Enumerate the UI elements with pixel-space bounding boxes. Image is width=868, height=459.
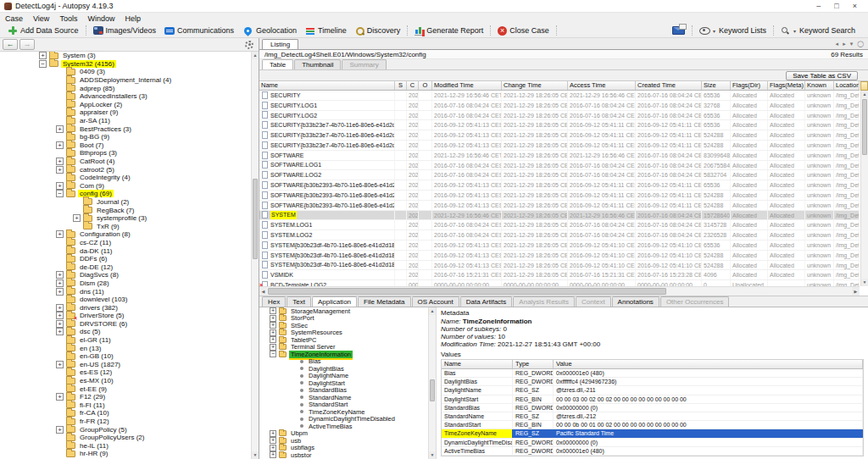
tab-scroll-left-icon[interactable]: ◂ <box>836 41 839 47</box>
collapse-icon[interactable]: − <box>39 60 47 68</box>
table-row[interactable]: SYSTEM2021-12-29 18:26:05 CET2021-12-29 … <box>259 211 860 221</box>
tree-item[interactable]: +Boot (7) <box>0 141 251 150</box>
tree-item[interactable]: et-EE (9) <box>0 384 251 393</box>
tree-item[interactable]: +en-US (1827) <box>0 361 251 369</box>
ingest-messages-button[interactable] <box>668 25 689 36</box>
tree-item[interactable]: Journal (2) <box>0 198 251 207</box>
scroll-down-icon[interactable]: ▼ <box>252 451 259 459</box>
gear-icon[interactable] <box>245 41 253 49</box>
expand-icon[interactable]: + <box>73 214 81 222</box>
expand-icon[interactable]: + <box>270 430 276 437</box>
menu-tools[interactable]: Tools <box>54 14 82 23</box>
values-table-row[interactable]: StandardNameREG_SZ@tzres.dll,-212 <box>442 412 863 421</box>
tree-item[interactable]: CodeIntegrity (4) <box>0 174 251 182</box>
column-header-name[interactable]: Name <box>259 81 395 90</box>
menu-case[interactable]: Case <box>0 14 28 23</box>
values-table-row[interactable]: BiasREG_DWORD0x000001e0 (480) <box>442 369 863 378</box>
table-row[interactable]: SECURITY{b33b23e7-4b70-11e6-80e6-e41d2d1… <box>259 141 860 151</box>
registry-tree-item[interactable]: StandardName <box>259 394 428 401</box>
expand-icon[interactable]: + <box>56 312 64 319</box>
minimize-button[interactable]: – <box>816 2 821 10</box>
scroll-up-icon[interactable]: ▲ <box>429 307 436 315</box>
expand-icon[interactable]: + <box>56 230 64 238</box>
registry-tree-item[interactable]: Bias <box>259 358 428 366</box>
column-header-size[interactable]: Size <box>702 81 731 90</box>
scroll-up-icon[interactable]: ▲ <box>861 91 868 98</box>
keyword-search-button[interactable]: ▾ Keyword Search <box>776 25 860 36</box>
directory-tree-scrollbar[interactable]: ▲ ▼ <box>251 52 259 459</box>
tree-item[interactable]: de-DE (12) <box>0 263 251 271</box>
expand-icon[interactable]: + <box>270 437 276 444</box>
expand-icon[interactable]: + <box>56 304 64 312</box>
table-row[interactable]: SOFTWARE.LOG12021-12-29 18:26:05 CET2016… <box>259 161 860 171</box>
expand-icon[interactable]: + <box>56 328 64 335</box>
timeline-button[interactable]: Timeline <box>301 25 351 36</box>
geolocation-button[interactable]: Geolocation <box>238 25 301 36</box>
table-horizontal-scrollbar[interactable]: ◀ ▶ <box>259 286 860 296</box>
expand-icon[interactable]: + <box>56 125 64 133</box>
registry-tree-item[interactable]: DynamicDaylightTimeDisabled <box>259 416 428 423</box>
tree-item[interactable]: +catroot2 (5) <box>0 165 251 174</box>
registry-tree-item[interactable]: +usbflags <box>259 445 428 452</box>
table-row[interactable]: SECURITY{b33b23e7-4b70-11e6-80e6-e41d2d1… <box>259 130 860 141</box>
maximize-button[interactable]: □ <box>834 2 838 10</box>
expand-icon[interactable]: + <box>270 451 276 458</box>
discovery-button[interactable]: Discovery <box>351 25 405 36</box>
tree-item[interactable]: fr-FR (12) <box>0 418 251 426</box>
tab-annotations[interactable]: Annotations <box>612 296 659 307</box>
tree-item[interactable]: −System32 (4156) <box>0 60 251 69</box>
tree-item[interactable]: fr-CA (10) <box>0 409 251 418</box>
tree-item[interactable]: AppLocker (2) <box>0 101 251 109</box>
values-table-row[interactable]: StandardBiasREG_DWORD0x00000000 (0) <box>442 404 863 412</box>
registry-tree-item[interactable]: DaylightBias <box>259 365 428 373</box>
tree-item[interactable]: cs-CZ (11) <box>0 239 251 247</box>
table-row[interactable]: SOFTWARE2021-12-29 18:26:05 CET2021-12-2… <box>259 151 860 161</box>
values-column-header-type[interactable]: Type <box>513 360 554 368</box>
values-table-row[interactable]: DynamicDaylightTimeDisabledREG_DWORD0x00… <box>442 439 863 447</box>
expand-icon[interactable]: + <box>270 307 276 314</box>
tree-item[interactable]: bg-BG (9) <box>0 133 251 141</box>
tree-item[interactable]: he-IL (11) <box>0 442 251 451</box>
tab-text[interactable]: Text <box>287 296 311 307</box>
table-row[interactable]: BCD-Template.LOG20000-00-00 00:00:000000… <box>259 280 860 286</box>
values-table-row[interactable]: DaylightStartREG_BIN00 00 03 00 02 00 02… <box>442 395 863 404</box>
table-row[interactable]: SYSTEM.LOG22021-12-29 18:26:05 CET2016-0… <box>259 230 860 241</box>
subtab-thumbnail[interactable]: Thumbnail <box>294 59 341 69</box>
tree-item[interactable]: +dns (11) <box>0 287 251 296</box>
expand-icon[interactable]: + <box>56 320 64 328</box>
tree-item[interactable]: +DriverStore (5) <box>0 312 251 320</box>
column-header-modified-time[interactable]: Modified Time <box>432 81 502 90</box>
registry-tree-item[interactable]: +Terminal Server <box>259 344 428 351</box>
tree-item[interactable]: AdvancedInstallers (3) <box>0 92 251 101</box>
values-table-row[interactable]: DaylightNameREG_SZ@tzres.dll,-211 <box>442 386 863 395</box>
forward-button[interactable]: → <box>19 39 35 50</box>
scroll-down-icon[interactable]: ▼ <box>861 279 868 286</box>
registry-tree-item[interactable]: TimeZoneKeyName <box>259 408 428 416</box>
column-header-o[interactable]: O <box>419 81 432 90</box>
column-header-flags-dir[interactable]: Flags(Dir) <box>731 81 768 90</box>
registry-tree-item[interactable]: +StorPort <box>259 315 428 323</box>
scrollbar-thumb[interactable] <box>862 99 867 155</box>
tree-item[interactable]: fi-FI (11) <box>0 401 251 410</box>
communications-button[interactable]: Communications <box>160 25 238 36</box>
expand-icon[interactable]: + <box>56 141 64 149</box>
values-column-header-value[interactable]: Value <box>554 360 863 368</box>
expand-icon[interactable]: + <box>56 182 64 190</box>
save-table-as-csv-button[interactable]: Save Table as CSV <box>786 71 858 80</box>
table-row[interactable]: SOFTWARE{b30b2393-4b70-11e6-80e6-e41d2d1… <box>259 191 860 201</box>
expand-icon[interactable]: + <box>56 288 64 296</box>
tree-item[interactable]: +drivers (382) <box>0 303 251 312</box>
tree-item[interactable]: en-GB (10) <box>0 352 251 361</box>
scrollbar-thumb[interactable] <box>253 179 258 259</box>
table-row[interactable]: SYSTEM.LOG12021-12-29 18:26:05 CET2016-0… <box>259 220 860 230</box>
keyword-lists-button[interactable]: ▾ Keyword Lists <box>695 25 771 36</box>
close-button[interactable]: × <box>853 2 857 10</box>
scrollbar-thumb[interactable] <box>430 379 435 401</box>
tab-hex[interactable]: Hex <box>262 296 286 307</box>
values-column-header-name[interactable]: Name <box>442 360 513 368</box>
tree-item[interactable]: el-GR (11) <box>0 336 251 345</box>
values-table-row[interactable]: ActiveTimeBiasREG_DWORD0x000001e0 (480) <box>442 447 863 456</box>
tab-os-account[interactable]: OS Account <box>412 296 459 307</box>
tree-item[interactable]: +Configuration (8) <box>0 230 251 239</box>
table-row[interactable]: SYSTEM{b30b23df-4b70-11e6-80e6-e41d2d18d… <box>259 251 860 261</box>
